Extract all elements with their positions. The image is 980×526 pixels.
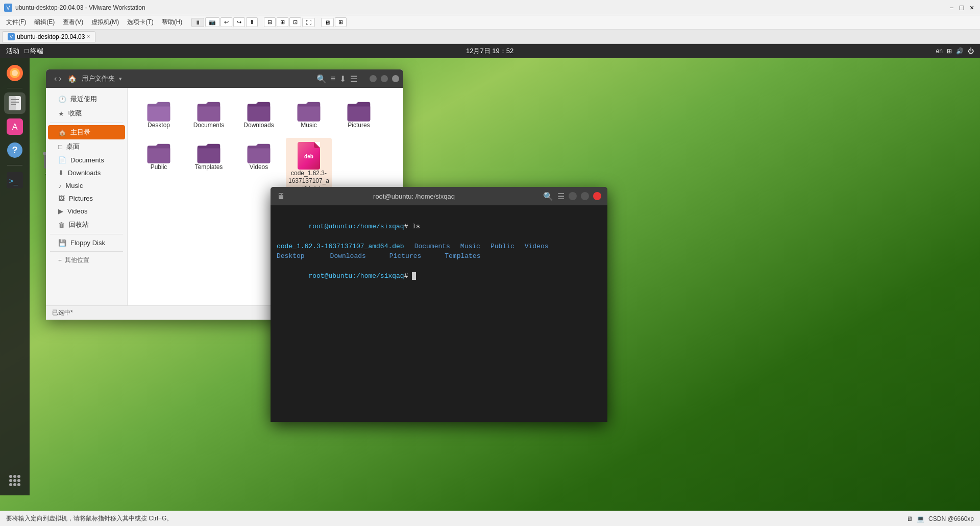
sidebar-item-pictures[interactable]: 🖼 Pictures [46, 192, 127, 205]
close-button[interactable]: × [968, 4, 976, 12]
vm-area: 活动 □ 终端 12月7日 19：52 en ⊞ 🔊 ⏻ [0, 44, 980, 511]
downloads-folder-label: Downloads [243, 122, 274, 130]
fm-maximize-button[interactable] [381, 75, 388, 82]
term-body: root@ubuntu:/home/sixqaq# ls code_1.62.3… [271, 205, 607, 422]
term-cursor [412, 272, 416, 280]
fm-back-button[interactable]: ‹ [54, 74, 57, 83]
folder-music[interactable]: Music [286, 96, 332, 134]
sidebar-floppy-label: Floppy Disk [70, 239, 105, 247]
sidebar-item-home[interactable]: 🏠 主目录 [48, 125, 125, 139]
vm-icon2: 💻 [917, 515, 924, 522]
network-icon[interactable]: ⊞ [947, 47, 952, 55]
sidebar-divider3 [50, 251, 123, 252]
vm-tab-icon: V [8, 33, 15, 40]
menu-edit[interactable]: 编辑(E) [30, 17, 59, 28]
bookmarks-icon: ★ [58, 110, 64, 117]
dock-item-files[interactable] [4, 92, 26, 114]
term-output-desktop: Desktop [277, 251, 305, 261]
fm-minimize-button[interactable] [370, 75, 377, 82]
maximize-button[interactable]: □ [958, 4, 966, 12]
sidebar-item-music[interactable]: ♪ Music [46, 179, 127, 192]
term-search-button[interactable]: 🔍 [543, 192, 553, 201]
fm-menu-button[interactable]: ☰ [350, 74, 357, 84]
snapshot-button[interactable]: 📷 [205, 17, 219, 27]
firefox-icon [6, 64, 24, 82]
volume-icon[interactable]: 🔊 [956, 47, 964, 55]
terminal-indicator[interactable]: □ 终端 [24, 46, 43, 56]
sidebar-item-bookmarks[interactable]: ★ 收藏 [46, 106, 127, 121]
snapshot3-button[interactable]: ↪ [233, 17, 245, 27]
vm-icon1: 🖥 [906, 515, 913, 522]
downloads-folder-icon [247, 100, 271, 122]
sidebar-downloads-label: Downloads [68, 169, 101, 177]
folder-templates[interactable]: Templates [186, 138, 232, 198]
sidebar-divider1 [50, 123, 123, 123]
sidebar-add-location[interactable]: + 其他位置 [46, 254, 127, 267]
minimize-button[interactable]: − [947, 4, 955, 12]
music-icon: ♪ [58, 182, 62, 189]
fm-forward-button[interactable]: › [59, 74, 61, 83]
show-apps-icon [7, 472, 23, 489]
term-maximize-button[interactable] [581, 192, 589, 200]
svg-point-14 [9, 475, 12, 478]
svg-rect-6 [11, 102, 19, 103]
dock-item-help[interactable]: ? [4, 139, 26, 161]
sidebar-item-floppy[interactable]: 💾 Floppy Disk [46, 236, 127, 249]
svg-point-18 [13, 479, 16, 482]
pictures-folder-label: Pictures [348, 122, 370, 130]
sidebar-item-downloads[interactable]: ⬇ Downloads [46, 166, 127, 179]
snapshot4-button[interactable]: ⬆ [246, 17, 258, 27]
fit-button[interactable]: ⊡ [289, 17, 301, 27]
fm-search-button[interactable]: 🔍 [316, 74, 327, 84]
menu-file[interactable]: 文件(F) [2, 17, 30, 28]
dock-item-appcenter[interactable]: A [4, 116, 26, 137]
activities-button[interactable]: 活动 [6, 46, 19, 56]
folder-downloads[interactable]: Downloads [236, 96, 282, 134]
vm-tab[interactable]: V ubuntu-desktop-20.04.03 × [2, 31, 95, 42]
pause-button[interactable]: ⏸ [191, 18, 204, 27]
dock-item-firefox[interactable] [4, 62, 26, 84]
menu-tabs[interactable]: 选项卡(T) [123, 17, 157, 28]
display2-button[interactable]: ⊞ [335, 17, 347, 27]
term-close-button[interactable] [593, 192, 601, 200]
svg-point-16 [17, 475, 20, 478]
public-folder-label: Public [151, 163, 167, 172]
term-output-documents: Documents [414, 242, 450, 252]
topbar-left: 活动 □ 终端 [6, 46, 43, 56]
fullscreen-button[interactable]: ⛶ [302, 18, 315, 27]
fm-path-dropdown-icon[interactable]: ▾ [119, 76, 122, 82]
term-minimize-button[interactable] [569, 192, 577, 200]
folder-desktop[interactable]: Desktop [136, 96, 182, 134]
vm-tab-close[interactable]: × [87, 34, 90, 39]
documents-folder-icon [197, 100, 221, 122]
folder-public[interactable]: Public [136, 138, 182, 198]
dock-item-showapps[interactable] [4, 470, 26, 491]
menu-help[interactable]: 帮助(H) [158, 17, 187, 28]
sidebar-item-recent[interactable]: 🕐 最近使用 [46, 92, 127, 106]
split-h-button[interactable]: ⊞ [277, 17, 288, 27]
videos-folder-label: Videos [250, 163, 268, 172]
folder-pictures[interactable]: Pictures [336, 96, 382, 134]
term-output-videos: Videos [525, 242, 549, 252]
folder-documents[interactable]: Documents [186, 96, 232, 134]
templates-folder-icon [197, 142, 221, 163]
sidebar-item-trash[interactable]: 🗑 回收站 [46, 218, 127, 232]
lang-indicator[interactable]: en [936, 47, 943, 55]
sidebar-item-videos[interactable]: ▶ Videos [46, 205, 127, 218]
fm-close-button[interactable] [392, 75, 399, 82]
snapshot2-button[interactable]: ↩ [220, 17, 232, 27]
split-v-button[interactable]: ⊟ [264, 17, 276, 27]
display-button[interactable]: 🖥 [321, 18, 334, 27]
fm-sort-button[interactable]: ⬇ [339, 74, 346, 84]
power-icon[interactable]: ⏻ [968, 47, 974, 55]
sidebar-recent-label: 最近使用 [70, 94, 97, 104]
sidebar-item-desktop[interactable]: □ 桌面 [46, 139, 127, 154]
menu-view[interactable]: 查看(V) [59, 17, 87, 28]
dock-item-terminal[interactable]: >_ [4, 170, 26, 191]
fm-view-button[interactable]: ≡ [331, 74, 335, 83]
term-line-2: code_1.62.3-1637137107_amd64.deb Documen… [277, 242, 601, 252]
menu-vm[interactable]: 虚拟机(M) [87, 17, 123, 28]
term-output-deb: code_1.62.3-1637137107_amd64.deb [277, 242, 404, 252]
term-menu-button[interactable]: ☰ [557, 192, 565, 201]
sidebar-item-documents[interactable]: 📄 Documents [46, 154, 127, 166]
